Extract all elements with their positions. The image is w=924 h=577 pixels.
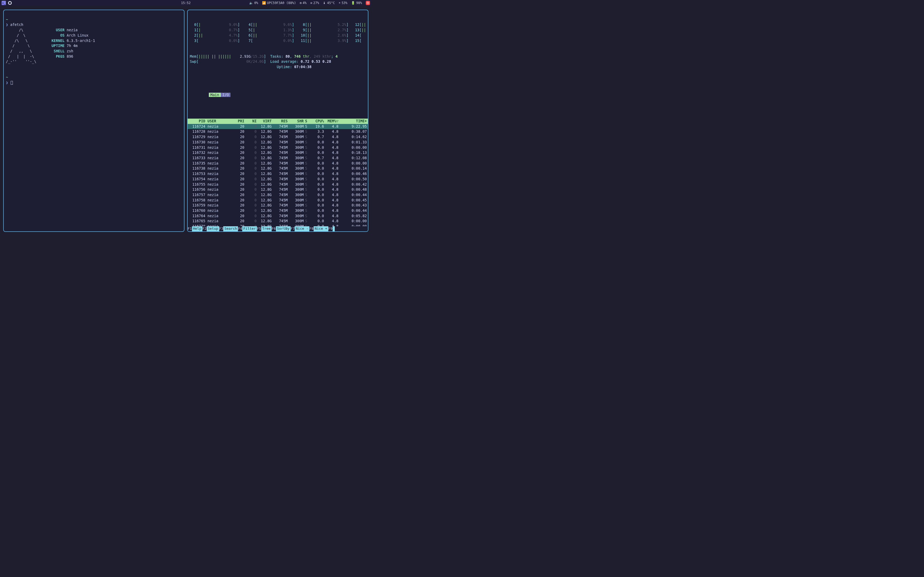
fnkey-f1[interactable]: F1 [188, 226, 192, 231]
process-row[interactable]: 116731nezia20012.8G745M300MS0.04.80:00.0… [188, 145, 368, 150]
fnkey-f7[interactable]: F7 [291, 226, 295, 231]
fnkey-f8[interactable]: F8 [309, 226, 313, 231]
process-row[interactable]: 116759nezia20012.8G745M300MS0.04.80:00.4… [188, 203, 368, 208]
battery-indicator: 🔋 98% [351, 1, 362, 5]
fnkey-f9[interactable]: F9 [328, 226, 333, 231]
fnlabel-f8[interactable]: Nice + [313, 226, 328, 231]
terminal-pane-htop[interactable]: 0[| 9.0%] 4[|| 9.6%] 8[|| 5.2%] 12[|| 2.… [187, 10, 368, 232]
temperature-indicator: 🌡 45°C [323, 1, 335, 5]
fnlabel-f6[interactable]: SortBy [276, 226, 291, 231]
process-row[interactable]: 116758nezia20012.8G745M300MS0.04.80:00.4… [188, 198, 368, 203]
process-row[interactable]: 116764nezia20012.8G745M300MS0.04.80:05.8… [188, 213, 368, 219]
cursor-icon [11, 81, 13, 85]
fnlabel-f9[interactable] [333, 226, 335, 231]
fnkey-f3[interactable]: F3 [219, 226, 223, 231]
fnlabel-f3[interactable]: Search [223, 226, 238, 231]
process-table[interactable]: PIDUSERPRINIVIRTRESSHRSCPU%MEM%▽TIME+116… [188, 119, 368, 232]
fnkey-f5[interactable]: F5 [257, 226, 261, 231]
memory-meters: Mem[||||| || |||||| 2.93G/15.2G] Tasks: … [188, 54, 368, 70]
clock: 15:52 [181, 1, 191, 5]
command-text: afetch [10, 23, 23, 27]
process-row[interactable]: 116733nezia20012.8G745M300MS0.74.80:12.0… [188, 155, 368, 161]
process-row[interactable]: 116730nezia20012.8G745M300MS0.04.80:01.3… [188, 140, 368, 145]
fnlabel-f2[interactable]: Setup [207, 226, 219, 231]
cpu-usage-indicator: ⚙ 4% [300, 1, 307, 5]
process-row[interactable]: 116724nezia20012.8G745M300MS19.64.89:22.… [188, 124, 368, 129]
prompt-arrow-icon: ❯ [6, 81, 8, 85]
fnkey-f2[interactable]: F2 [202, 226, 207, 231]
process-row[interactable]: 116760nezia20012.8G745M300MS0.04.80:00.4… [188, 208, 368, 213]
tab-main[interactable]: Main [209, 93, 221, 97]
fnlabel-f1[interactable]: Help [192, 226, 202, 231]
function-key-bar: F1Help F2Setup F3SearchF4FilterF5Tree F6… [188, 226, 368, 231]
fnlabel-f4[interactable]: Filter [242, 226, 257, 231]
process-row[interactable]: 116757nezia20012.8G745M300MS0.04.80:00.4… [188, 192, 368, 198]
fnlabel-f7[interactable]: Nice - [295, 226, 309, 231]
cpu-meters: 0[| 9.0%] 4[|| 9.6%] 8[|| 5.2%] 12[|| 2.… [188, 22, 368, 43]
wifi-indicator[interactable]: 📶 UPC59F3A0 (88%) [262, 1, 296, 5]
process-row[interactable]: 116756nezia20012.8G745M300MS0.04.80:00.4… [188, 187, 368, 192]
fnlabel-f5[interactable]: Tree [261, 226, 271, 231]
fnkey-f6[interactable]: F6 [271, 226, 276, 231]
top-bar: >_ 15:52 🔈 0% 📶 UPC59F3A0 (88%) ⚙ 4% ≡ 2… [0, 0, 372, 6]
fnkey-f4[interactable]: F4 [238, 226, 242, 231]
process-row[interactable]: 116765nezia20012.8G745M300MS0.04.80:00.0… [188, 219, 368, 224]
home-tilde: ~ [6, 18, 8, 22]
memory-usage-indicator: ≡ 27% [310, 1, 319, 5]
process-row[interactable]: 116738nezia20012.8G745M300MS0.04.80:00.1… [188, 166, 368, 171]
home-tilde: ~ [6, 75, 8, 79]
discord-icon[interactable]: ㋡ [366, 1, 370, 5]
process-row[interactable]: 116729nezia20012.8G745M300MS0.74.80:14.6… [188, 134, 368, 140]
process-row[interactable]: 116754nezia20012.8G745M300MS0.04.80:00.5… [188, 177, 368, 182]
terminal-launcher-icon[interactable]: >_ [2, 1, 6, 5]
process-row[interactable]: 116732nezia20012.8G745M300MS0.04.80:18.1… [188, 150, 368, 155]
brightness-indicator: ☀ 53% [338, 1, 347, 5]
process-row[interactable]: 116755nezia20012.8G745M300MS0.04.80:00.4… [188, 182, 368, 187]
afetch-output: /\ USER nezia / \ OS Arch Linux /\ \ KER… [6, 27, 182, 64]
process-row[interactable]: 116728nezia20012.8G745M300MS3.34.80:38.0… [188, 129, 368, 134]
process-row[interactable]: 116753nezia20012.8G745M300MS0.04.80:00.4… [188, 171, 368, 177]
workspace-icon[interactable] [8, 1, 12, 5]
tab-io[interactable]: I/O [221, 93, 231, 97]
volume-indicator[interactable]: 🔈 0% [249, 1, 258, 5]
terminal-pane-afetch[interactable]: ~ ❯ afetch /\ USER nezia / \ OS Arch Lin… [3, 10, 184, 232]
process-row[interactable]: 116735nezia20012.8G745M300MS0.04.80:00.0… [188, 161, 368, 166]
process-table-header[interactable]: PIDUSERPRINIVIRTRESSHRSCPU%MEM%▽TIME+ [188, 119, 368, 124]
prompt-arrow-icon: ❯ [6, 23, 8, 27]
